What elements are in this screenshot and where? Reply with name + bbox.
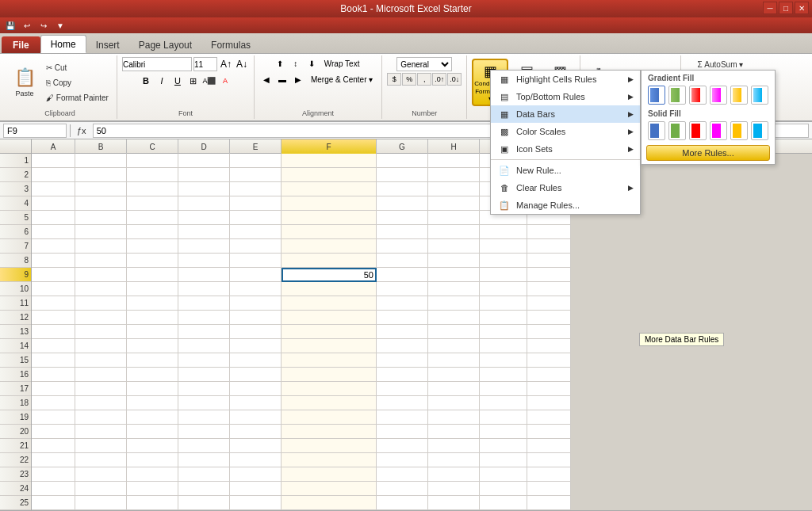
cell-15-3[interactable] (178, 353, 230, 368)
cell-5-6[interactable] (377, 211, 428, 225)
cell-9-7[interactable] (428, 268, 480, 282)
cell-13-2[interactable] (127, 325, 178, 339)
maximize-button[interactable]: □ (779, 2, 793, 14)
cell-23-5[interactable] (282, 467, 377, 482)
cell-10-5[interactable] (282, 282, 377, 296)
cell-18-8[interactable] (480, 396, 527, 410)
cell-8-1[interactable] (75, 254, 127, 268)
cell-21-6[interactable] (377, 439, 428, 453)
cell-14-9[interactable] (527, 339, 571, 353)
cell-17-7[interactable] (428, 382, 480, 396)
cell-3-7[interactable] (428, 182, 480, 196)
qat-redo[interactable]: ↪ (36, 19, 51, 32)
cell-15-5[interactable] (282, 353, 377, 368)
function-wizard-icon[interactable]: ƒx (74, 126, 90, 135)
cell-14-7[interactable] (428, 339, 480, 353)
cell-23-2[interactable] (127, 467, 178, 482)
cell-11-0[interactable] (32, 296, 75, 311)
cell-3-2[interactable] (127, 182, 178, 196)
cell-3-0[interactable] (32, 182, 75, 196)
cell-5-0[interactable] (32, 211, 75, 225)
row-num-14[interactable]: 14 (0, 339, 31, 353)
cell-21-8[interactable] (480, 439, 527, 453)
cell-4-4[interactable] (230, 196, 282, 211)
cell-9-3[interactable] (178, 268, 230, 282)
cell-8-4[interactable] (230, 254, 282, 268)
cell-25-8[interactable] (480, 496, 527, 510)
cell-24-6[interactable] (377, 482, 428, 496)
cell-20-1[interactable] (75, 425, 127, 439)
cell-15-0[interactable] (32, 353, 75, 368)
cell-16-0[interactable] (32, 368, 75, 382)
cell-16-8[interactable] (480, 368, 527, 382)
cell-19-8[interactable] (480, 410, 527, 425)
cell-2-3[interactable] (178, 168, 230, 182)
cell-22-2[interactable] (127, 453, 178, 467)
wrap-text-btn[interactable]: Wrap Text (320, 57, 364, 70)
cell-22-4[interactable] (230, 453, 282, 467)
cell-10-9[interactable] (527, 282, 571, 296)
gradient-purple-swatch[interactable] (710, 86, 727, 105)
cell-12-0[interactable] (32, 311, 75, 325)
cell-23-9[interactable] (527, 467, 571, 482)
row-num-18[interactable]: 18 (0, 396, 31, 410)
cut-button[interactable]: ✂ Cut (43, 60, 112, 74)
merge-center-btn[interactable]: Merge & Center ▾ (307, 73, 377, 86)
cell-19-3[interactable] (178, 410, 230, 425)
cell-7-9[interactable] (527, 239, 571, 254)
cell-7-4[interactable] (230, 239, 282, 254)
row-num-15[interactable]: 15 (0, 353, 31, 368)
cell-24-2[interactable] (127, 482, 178, 496)
cell-18-1[interactable] (75, 396, 127, 410)
cell-22-5[interactable] (282, 453, 377, 467)
gradient-red-swatch[interactable] (689, 86, 707, 105)
cell-6-9[interactable] (527, 225, 571, 239)
col-header-h[interactable]: H (428, 139, 480, 154)
format-painter-button[interactable]: 🖌 Format Painter (43, 90, 112, 105)
cell-14-5[interactable] (282, 339, 377, 353)
cell-3-1[interactable] (75, 182, 127, 196)
cell-10-2[interactable] (127, 282, 178, 296)
cell-13-4[interactable] (230, 325, 282, 339)
cell-13-8[interactable] (480, 325, 527, 339)
cell-20-4[interactable] (230, 425, 282, 439)
cell-19-1[interactable] (75, 410, 127, 425)
tab-formulas[interactable]: Formulas (201, 36, 260, 53)
cell-17-5[interactable] (282, 382, 377, 396)
cell-20-6[interactable] (377, 425, 428, 439)
cell-8-8[interactable] (480, 254, 527, 268)
cell-17-8[interactable] (480, 382, 527, 396)
cell-22-3[interactable] (178, 453, 230, 467)
cell-12-9[interactable] (527, 311, 571, 325)
cell-17-3[interactable] (178, 382, 230, 396)
cell-12-8[interactable] (480, 311, 527, 325)
more-rules-button[interactable]: More Rules... (646, 145, 770, 161)
close-button[interactable]: ✕ (795, 2, 809, 14)
bold-btn[interactable]: B (139, 74, 153, 87)
cell-2-2[interactable] (127, 168, 178, 182)
cell-17-9[interactable] (527, 382, 571, 396)
qat-undo[interactable]: ↩ (20, 19, 34, 32)
cell-25-7[interactable] (428, 496, 480, 510)
cell-11-4[interactable] (230, 296, 282, 311)
cell-8-9[interactable] (527, 254, 571, 268)
cell-6-6[interactable] (377, 225, 428, 239)
cell-7-2[interactable] (127, 239, 178, 254)
cell-19-6[interactable] (377, 410, 428, 425)
cell-18-7[interactable] (428, 396, 480, 410)
cell-17-1[interactable] (75, 382, 127, 396)
cell-12-3[interactable] (178, 311, 230, 325)
fill-color-btn[interactable]: A⬛ (202, 74, 216, 87)
align-left-btn[interactable]: ◀ (259, 73, 274, 86)
cell-8-6[interactable] (377, 254, 428, 268)
cell-14-4[interactable] (230, 339, 282, 353)
solid-blue-swatch[interactable] (648, 121, 665, 140)
border-btn[interactable]: ⊞ (186, 74, 201, 87)
cell-14-0[interactable] (32, 339, 75, 353)
cell-24-1[interactable] (75, 482, 127, 496)
cell-10-7[interactable] (428, 282, 480, 296)
font-name-input[interactable] (122, 57, 192, 71)
comma-btn[interactable]: , (417, 73, 431, 86)
cell-13-3[interactable] (178, 325, 230, 339)
row-num-4[interactable]: 4 (0, 196, 31, 211)
